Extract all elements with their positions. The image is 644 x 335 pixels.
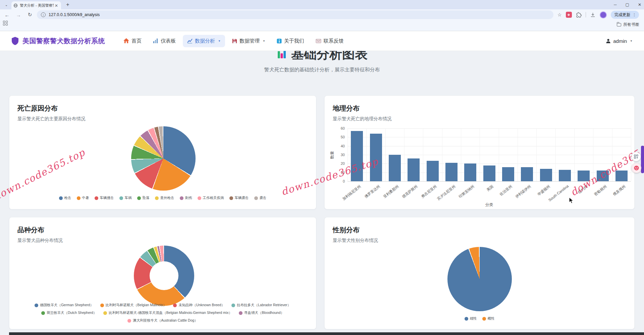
legend-item[interactable]: 中暑 [77, 196, 89, 200]
legend-item[interactable]: 刺伤 [180, 196, 192, 200]
bar[interactable] [445, 163, 458, 181]
bar[interactable] [502, 167, 514, 181]
legend-item[interactable]: 澳大利亚牧牛犬（Australian Cattle Dog） [127, 318, 198, 323]
legend-item[interactable]: 比利时马林诺斯犬-德国牧羊犬混血（Belgian Malinois-German… [103, 311, 232, 315]
url-bar[interactable]: i 127.0.0.1:5000/k9_analysis [37, 10, 553, 19]
legend-item[interactable]: 拉布拉多犬（Labrador Retriever） [231, 303, 291, 308]
legend-item[interactable]: 工作相关疾病 [198, 196, 224, 200]
chevron-down-icon: ▼ [630, 40, 633, 43]
nav-item-data-manage[interactable]: 数据管理 ▼ [228, 35, 270, 47]
legend-dot [465, 317, 468, 321]
x-tick-label: 弗吉尼亚州 [420, 184, 438, 199]
gender-legend[interactable]: 雄性雌性 [333, 316, 626, 321]
legend-item[interactable]: 寻血猎犬（Bloodhound） [239, 311, 284, 315]
bar[interactable] [521, 167, 533, 181]
gridline [518, 128, 518, 181]
legend-item[interactable]: 车祸 [119, 196, 132, 200]
nav-item-label: 仪表板 [161, 38, 176, 44]
back-button[interactable]: ← [3, 10, 11, 19]
tab-close-icon[interactable]: ✕ [54, 3, 59, 8]
new-tab-button[interactable]: + [64, 1, 72, 9]
x-tick-label: South Carolina [547, 184, 569, 202]
breed-donut-chart[interactable] [134, 246, 194, 306]
bar[interactable] [427, 161, 439, 181]
x-tick-label: 加利福尼亚州 [341, 184, 362, 201]
bar[interactable] [597, 171, 609, 181]
gridline [536, 128, 537, 181]
legend-item[interactable]: 意外枪击 [155, 196, 174, 200]
death-cause-pie-chart[interactable] [131, 126, 196, 191]
window-minimize-button[interactable]: ─ [614, 2, 617, 7]
legend-item[interactable]: 雄性 [465, 316, 477, 321]
legend-item[interactable]: 雌性 [482, 316, 495, 321]
legend-item[interactable]: 坠落 [137, 196, 150, 200]
bar[interactable] [464, 163, 476, 181]
x-axis-title: 分类 [485, 202, 493, 208]
extension-badge-icon[interactable]: ❖ [566, 12, 572, 18]
extensions-puzzle-icon[interactable] [576, 12, 582, 18]
gridline [404, 128, 405, 181]
legend-item[interactable]: 袭击 [254, 196, 267, 200]
y-tick-label: 40 [333, 144, 345, 148]
legend-item[interactable]: 车辆袭击 [229, 196, 249, 200]
window-maximize-button[interactable]: ▢ [626, 2, 629, 7]
browser-profile-avatar[interactable] [600, 11, 607, 18]
x-tick-label: 亚利桑那州 [382, 184, 400, 199]
bar[interactable] [540, 169, 552, 181]
legend-item[interactable]: 未知品种（Unknown Breed） [173, 303, 225, 308]
legend-item[interactable]: 德国牧羊犬（German Shepherd） [35, 303, 94, 308]
gridline [442, 128, 442, 181]
window-close-button[interactable]: ✕ [638, 2, 641, 7]
data-manage-icon [232, 39, 237, 44]
tab-search-button[interactable]: ⌄ [2, 1, 11, 8]
brand-title: 美国警察警犬数据分析系统 [22, 37, 105, 46]
bar[interactable] [578, 171, 590, 181]
legend-label: 车辆撞击 [100, 196, 114, 200]
user-menu[interactable]: admin ▼ [606, 38, 633, 44]
browser-menu-icon[interactable]: ⋮ [633, 13, 636, 17]
legend-label: 荷兰牧羊犬（Dutch Shepherd） [47, 311, 97, 315]
scrollbar-thumb[interactable] [641, 146, 644, 173]
bar[interactable] [408, 158, 420, 181]
reload-button[interactable]: ↻ [25, 10, 34, 19]
x-axis-line [347, 181, 631, 182]
bar[interactable] [351, 131, 363, 181]
legend-item[interactable]: 荷兰牧羊犬（Dutch Shepherd） [41, 311, 97, 315]
death-cause-legend[interactable]: 枪击中暑车辆撞击车祸坠落意外枪击刺伤工作相关疾病车辆袭击袭击 [17, 196, 308, 200]
downloads-icon[interactable] [590, 12, 596, 18]
chrome-update-button[interactable]: 完成更新 ⋮ [611, 11, 639, 19]
site-info-icon[interactable]: i [41, 12, 46, 17]
gender-pie-chart[interactable] [447, 247, 512, 311]
bar[interactable] [615, 171, 628, 181]
browser-tab[interactable]: 警犬分析 - 美国警察警犬死亡 ✕ [11, 1, 61, 10]
widget-assistant-button[interactable] [632, 163, 641, 173]
geography-bar-chart[interactable]: 0102030405060加利福尼亚州佛罗里达州亚利桑那州德克萨斯州弗吉尼亚州宾… [325, 96, 634, 209]
legend-item[interactable]: 枪击 [59, 196, 71, 200]
widget-grid-button[interactable] [632, 152, 641, 161]
tab-groups-icon[interactable] [3, 21, 8, 25]
bookmark-star-icon[interactable]: ☆ [557, 12, 562, 17]
globe-favicon-icon [13, 3, 18, 8]
nav-item-home[interactable]: 首页 [119, 35, 146, 47]
nav-item-about[interactable]: 关于我们 [272, 35, 309, 47]
donut-hole [150, 261, 178, 290]
y-tick-label: 20 [333, 161, 345, 165]
legend-dot [254, 196, 258, 200]
bar[interactable] [559, 170, 571, 181]
bar[interactable] [389, 155, 401, 181]
nav-item-analysis[interactable]: 数据分析 ▼ [183, 35, 225, 47]
all-bookmarks-button[interactable]: 所有书签 [617, 22, 639, 27]
bar[interactable] [370, 134, 382, 181]
legend-item[interactable]: 车辆撞击 [95, 196, 114, 200]
legend-label: 雄性 [470, 316, 477, 321]
bar[interactable] [483, 165, 495, 181]
brand[interactable]: 美国警察警犬数据分析系统 [11, 37, 105, 46]
forward-button[interactable]: → [14, 10, 23, 19]
chevron-down-icon: ▼ [263, 40, 265, 43]
nav-item-label: 关于我们 [284, 38, 304, 44]
nav-item-contact[interactable]: 联系反馈 [311, 35, 348, 47]
browser-toolbar: ← → ↻ i 127.0.0.1:5000/k9_analysis ☆ ❖ 完… [0, 9, 644, 20]
legend-item[interactable]: 比利时马林诺斯犬（Belgian Malinois） [100, 303, 166, 308]
breed-legend[interactable]: 德国牧羊犬（German Shepherd）比利时马林诺斯犬（Belgian M… [17, 303, 308, 323]
nav-item-dashboard[interactable]: 仪表板 [149, 35, 180, 47]
